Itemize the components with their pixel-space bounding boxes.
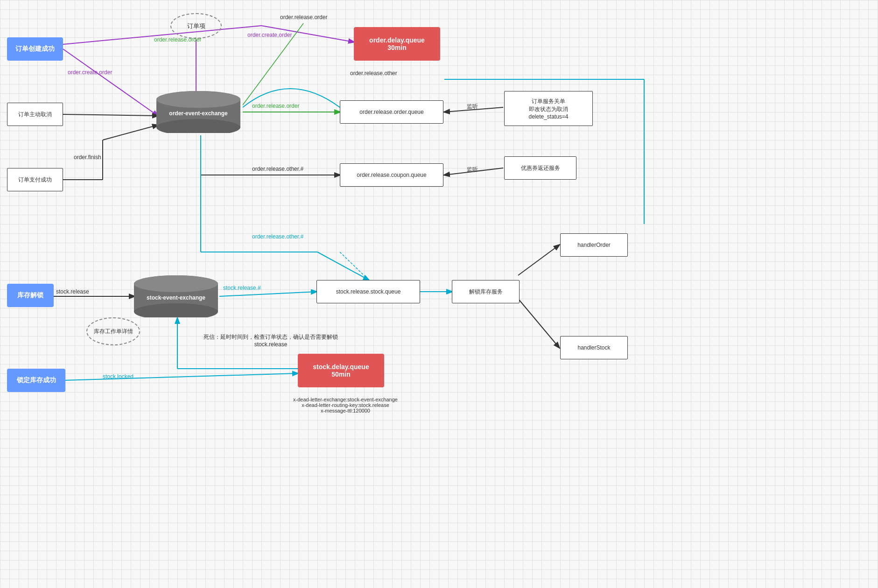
diagram-canvas: 订单项 订单创建成功 order.delay.queue 30min 订单主动取… bbox=[0, 0, 878, 588]
order-cancel-label: 订单主动取消 bbox=[18, 111, 52, 119]
order-release-other-hash-label: order.release.other.# bbox=[252, 166, 303, 172]
order-create-order2-label: order.create,order bbox=[247, 32, 292, 38]
coupon-return-service-node: 优惠券返还服务 bbox=[504, 156, 576, 180]
order-cancel-node: 订单主动取消 bbox=[7, 103, 63, 126]
svg-line-4 bbox=[103, 125, 158, 140]
handler-stock-node: handlerStock bbox=[560, 336, 628, 359]
order-delay-queue-label: order.delay.queue 30min bbox=[369, 36, 425, 51]
stock-lock-success-label: 锁定库存成功 bbox=[17, 376, 56, 385]
svg-line-0 bbox=[63, 49, 158, 116]
order-item-label: 订单项 bbox=[187, 22, 205, 30]
stock-release-stock-queue-label: stock.release.stock.queue bbox=[336, 288, 401, 295]
order-release-order-exchange-label: order.release.order bbox=[252, 103, 299, 109]
order-item-ellipse: 订单项 bbox=[170, 13, 222, 39]
order-service-cancel-label: 订单服务关单 即改状态为取消 delete_status=4 bbox=[528, 98, 568, 120]
handler-stock-label: handlerStock bbox=[577, 344, 610, 351]
stock-release-label: stock.release bbox=[56, 288, 89, 295]
order-release-order-queue-label: order.release.order.queue bbox=[359, 109, 423, 115]
stock-work-ellipse: 库存工作单详情 bbox=[86, 317, 140, 345]
order-release-coupon-queue-node: order.release.coupon.queue bbox=[340, 163, 443, 187]
svg-line-23 bbox=[219, 292, 316, 296]
svg-point-31 bbox=[156, 91, 240, 108]
stock-release-hash-label: stock.release.# bbox=[223, 285, 261, 291]
order-created-label: 订单创建成功 bbox=[15, 45, 55, 53]
svg-text:order-event-exchange: order-event-exchange bbox=[169, 110, 228, 117]
unlock-stock-service-label: 解锁库存服务 bbox=[469, 288, 503, 296]
handler-order-label: handlerOrder bbox=[577, 242, 611, 248]
order-paid-node: 订单支付成功 bbox=[7, 168, 63, 191]
svg-line-18 bbox=[317, 252, 369, 280]
stock-work-label: 库存工作单详情 bbox=[94, 328, 133, 336]
xdead-labels: x-dead-letter-exchange:stock-event-excha… bbox=[252, 397, 439, 413]
stock-lock-success-node: 锁定库存成功 bbox=[7, 369, 65, 392]
coupon-return-service-label: 优惠券返还服务 bbox=[521, 164, 560, 172]
order-release-order-top-label: order.release.order bbox=[280, 14, 327, 21]
svg-line-27 bbox=[340, 252, 369, 280]
order-created-node: 订单创建成功 bbox=[7, 37, 63, 61]
svg-line-1 bbox=[63, 114, 158, 116]
order-delay-queue-node: order.delay.queue 30min bbox=[354, 27, 440, 61]
order-create-order-label: order.create.order bbox=[68, 69, 112, 76]
order-exchange-cylinder: order-event-exchange bbox=[154, 91, 243, 133]
dead-letter-label: 死信：延时时间到，检查订单状态，确认是否需要解锁 stock.release bbox=[182, 327, 359, 348]
stock-event-exchange-node: stock-event-exchange bbox=[132, 275, 220, 317]
handler-order-node: handlerOrder bbox=[560, 233, 628, 257]
unlock-stock-service-node: 解锁库存服务 bbox=[452, 280, 520, 303]
order-service-cancel-node: 订单服务关单 即改状态为取消 delete_status=4 bbox=[504, 91, 593, 126]
stock-release-stock-queue-node: stock.release.stock.queue bbox=[316, 280, 420, 303]
listen-label-1: 监听 bbox=[467, 103, 478, 111]
order-finish-label: order.finish bbox=[74, 154, 101, 161]
order-paid-label: 订单支付成功 bbox=[18, 176, 52, 184]
order-event-exchange-node: order-event-exchange bbox=[154, 91, 243, 133]
svg-line-21 bbox=[518, 299, 559, 348]
listen-label-2: 监听 bbox=[467, 166, 478, 174]
order-release-order-queue-node: order.release.order.queue bbox=[340, 100, 443, 124]
svg-point-36 bbox=[134, 275, 218, 292]
stock-locked-label: stock.locked bbox=[103, 373, 133, 380]
svg-line-24 bbox=[63, 373, 298, 380]
stock-delay-queue-label: stock.delay.queue 50min bbox=[313, 363, 369, 378]
svg-text:stock-event-exchange: stock-event-exchange bbox=[147, 294, 205, 301]
stock-exchange-cylinder: stock-event-exchange bbox=[132, 275, 220, 317]
order-release-order-from-item-label: order.release.order bbox=[154, 36, 201, 43]
stock-unlock-node: 库存解锁 bbox=[7, 284, 54, 307]
order-release-coupon-queue-label: order.release.coupon.queue bbox=[357, 172, 426, 178]
svg-line-20 bbox=[518, 245, 559, 275]
order-release-other-hash2-label: order.release.other.# bbox=[252, 233, 303, 240]
stock-unlock-label: 库存解锁 bbox=[17, 291, 43, 300]
stock-delay-queue-node: stock.delay.queue 50min bbox=[298, 354, 384, 387]
order-release-other-label: order.release.other bbox=[350, 70, 397, 77]
